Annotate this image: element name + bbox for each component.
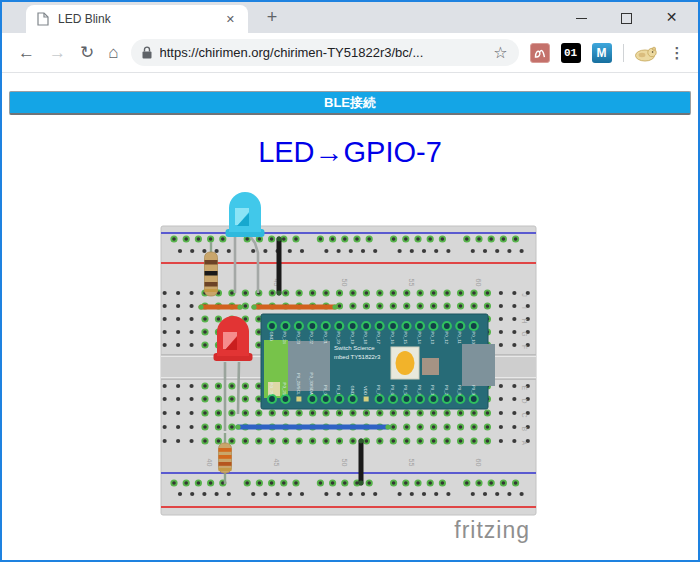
breadboard-hole [176, 330, 180, 334]
row-label: E [521, 386, 528, 391]
breadboard-hole [189, 317, 193, 321]
forward-button[interactable]: → [49, 44, 66, 61]
extension-01[interactable]: 01 [561, 43, 581, 63]
breadboard-hole [390, 290, 395, 295]
mcu-usb-connector [462, 344, 495, 386]
mcu-pin-P0_30/SDA [308, 395, 316, 403]
menu-icon[interactable]: ⋮ [670, 44, 685, 62]
breadboard-hole [488, 480, 493, 485]
mcu-pin-label: P0_0 [322, 385, 327, 396]
breadboard-hole [207, 236, 212, 241]
mcu-pin-P0_22 [308, 322, 316, 330]
breadboard-hole [415, 236, 420, 241]
breadboard-hole [215, 410, 220, 415]
url-text[interactable]: https://chirimen.org/chirimen-TY51822r3/… [160, 45, 490, 60]
tab-title: LED Blink [58, 12, 221, 26]
breadboard-hole [476, 480, 481, 485]
mcu-shield [288, 341, 330, 391]
mcu-pin-label: P0_4 [416, 385, 421, 396]
breadboard-hole [323, 438, 328, 443]
breadboard-hole [482, 249, 486, 253]
mcu-pin-P0_29/SCL [296, 397, 301, 402]
breadboard-hole [512, 291, 516, 295]
breadboard-hole [190, 492, 194, 496]
breadboard-hole [470, 492, 474, 496]
breadboard-hole [281, 236, 286, 241]
breadboard-hole [176, 384, 180, 388]
breadboard-hole [229, 396, 234, 401]
breadboard-hole [439, 480, 444, 485]
breadboard-hole [317, 236, 322, 241]
mcu-pin-P0_23 [294, 322, 302, 330]
breadboard-hole [296, 290, 301, 295]
breadboard-hole [226, 249, 230, 253]
breadboard-hole [498, 397, 502, 401]
breadboard-hole [444, 303, 449, 308]
ble-connect-button[interactable]: BLE接続 [9, 91, 691, 115]
breadboard-hole [268, 480, 273, 485]
breadboard-hole [269, 290, 274, 295]
home-button[interactable]: ⌂ [108, 44, 118, 61]
mcu-pin-label: P0_9 [470, 385, 475, 396]
breadboard-hole [498, 439, 502, 443]
mcu-pin-P0_11 [456, 322, 464, 330]
breadboard-hole [464, 236, 469, 241]
bookmark-star-icon[interactable]: ☆ [493, 43, 507, 62]
breadboard-hole [495, 492, 499, 496]
extension-acrobat[interactable] [530, 43, 550, 63]
row-label: H [521, 319, 528, 324]
breadboard-hole [176, 439, 180, 443]
breadboard-hole [363, 303, 368, 308]
page-title: LED→GPIO-7 [2, 136, 698, 169]
breadboard-hole [409, 249, 413, 253]
breadboard-hole [512, 439, 516, 443]
mcu-pin-P0_1 [335, 395, 343, 403]
breadboard-hole [183, 236, 188, 241]
breadboard-hole [215, 396, 220, 401]
column-label: 55 [407, 459, 414, 467]
mcu-pin-label: P0_12 [443, 332, 448, 345]
mcu-pin-label: GND [349, 385, 354, 395]
breadboard-hole [329, 236, 334, 241]
breadboard-hole [283, 438, 288, 443]
breadboard-hole [484, 410, 489, 415]
mcu-pin-P0_5 [402, 395, 410, 403]
breadboard-hole [363, 290, 368, 295]
hamster-extension[interactable] [633, 44, 659, 62]
breadboard-hole [162, 425, 166, 429]
breadboard-hole [482, 492, 486, 496]
extension-m[interactable]: M [592, 43, 612, 63]
mcu-pin-GND [268, 322, 276, 330]
breadboard-hole [176, 425, 180, 429]
row-label: I [521, 307, 528, 309]
column-label: 50 [340, 279, 347, 287]
address-bar[interactable]: https://chirimen.org/chirimen-TY51822r3/… [131, 39, 519, 66]
breadboard-hole [242, 438, 247, 443]
breadboard-hole [256, 410, 261, 415]
breadboard-hole [500, 480, 505, 485]
close-button[interactable]: ✕ [649, 2, 694, 33]
new-tab-button[interactable]: + [260, 7, 284, 28]
breadboard-hole [189, 343, 193, 347]
breadboard-hole [242, 303, 247, 308]
breadboard-hole [202, 329, 207, 334]
breadboard-hole [444, 424, 449, 429]
mcu-pin-label: P0_10 [470, 332, 475, 345]
breadboard-hole [251, 249, 255, 253]
breadboard-hole [498, 425, 502, 429]
tab-close-icon[interactable]: ✕ [221, 12, 240, 27]
mcu-pin-P0_12 [442, 322, 450, 330]
back-button[interactable]: ← [18, 44, 35, 61]
reload-button[interactable]: ↻ [80, 44, 94, 61]
row-label: B [521, 427, 528, 431]
mcu-pin-P0_0 [321, 395, 329, 403]
maximize-button[interactable] [604, 2, 649, 33]
breadboard-hole [507, 492, 511, 496]
browser-tab[interactable]: LED Blink ✕ [26, 5, 248, 33]
breadboard-hole [421, 492, 425, 496]
breadboard-hole [484, 303, 489, 308]
mcu-pin-P0_24 [281, 322, 289, 330]
breadboard-hole [323, 290, 328, 295]
breadboard-hole [269, 438, 274, 443]
minimize-button[interactable] [559, 2, 604, 33]
